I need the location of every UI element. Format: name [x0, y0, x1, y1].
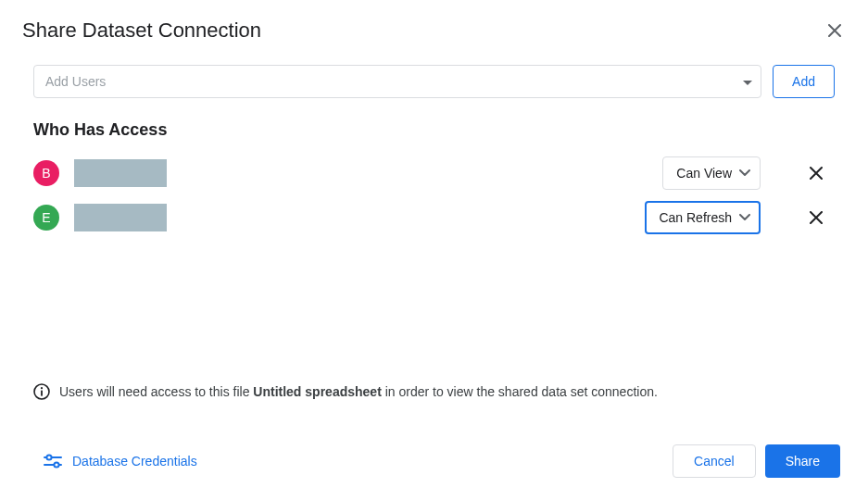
info-icon [33, 383, 50, 400]
chevron-down-icon [739, 169, 750, 177]
access-section-title: Who Has Access [0, 98, 868, 151]
remove-user-button[interactable] [798, 155, 835, 192]
add-users-input[interactable] [33, 65, 761, 98]
info-text: Users will need access to this file Unti… [59, 384, 658, 399]
chevron-down-icon [739, 214, 750, 221]
share-button[interactable]: Share [765, 444, 840, 478]
info-filename: Untitled spreadsheet [253, 384, 381, 399]
user-name-redacted [74, 204, 167, 231]
user-name-redacted [74, 159, 167, 187]
close-icon [810, 211, 823, 224]
access-row: B Can View [33, 151, 835, 195]
dialog-title: Share Dataset Connection [22, 19, 261, 43]
permission-select[interactable]: Can View [662, 156, 761, 190]
access-list: B Can View E Can Refresh [0, 151, 868, 240]
svg-point-1 [41, 387, 43, 389]
remove-user-button[interactable] [798, 199, 835, 236]
close-icon [810, 167, 823, 180]
access-row: E Can Refresh [33, 195, 835, 240]
cancel-button[interactable]: Cancel [673, 444, 756, 478]
avatar: E [33, 205, 59, 231]
settings-sliders-icon [43, 451, 63, 471]
svg-point-6 [54, 462, 58, 467]
database-credentials-label: Database Credentials [72, 454, 197, 469]
permission-label: Can Refresh [659, 210, 732, 225]
permission-label: Can View [676, 166, 732, 181]
svg-point-4 [46, 455, 51, 459]
close-icon [828, 24, 841, 37]
close-button[interactable] [824, 19, 846, 42]
permission-select[interactable]: Can Refresh [645, 201, 761, 234]
svg-rect-2 [41, 391, 43, 396]
avatar: B [33, 160, 59, 186]
database-credentials-link[interactable]: Database Credentials [43, 451, 197, 471]
info-message: Users will need access to this file Unti… [0, 383, 868, 400]
add-button[interactable]: Add [773, 65, 835, 98]
